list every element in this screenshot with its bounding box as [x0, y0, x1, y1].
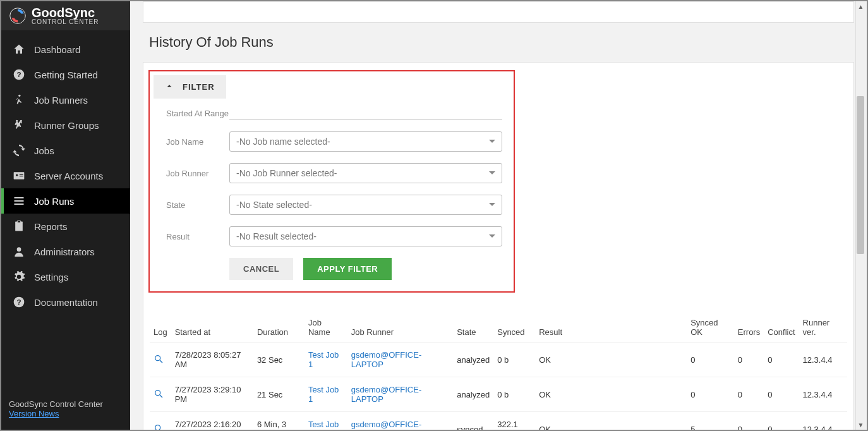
job-name-select[interactable]: -No Job name selected-: [229, 131, 502, 152]
sidebar-item-documentation[interactable]: ? Documentation: [1, 289, 130, 315]
sidebar-item-label: Server Accounts: [34, 171, 103, 181]
table-row: 7/28/2023 8:05:27 AM32 SecTest Job 1gsde…: [150, 343, 847, 377]
log-cell[interactable]: [150, 412, 171, 430]
svg-rect-9: [20, 176, 23, 176]
sidebar-item-label: Reports: [34, 221, 68, 232]
job-runner-cell: gsdemo@OFFICE-LAPTOP: [347, 377, 453, 412]
caret-down-icon: [489, 200, 495, 210]
started-at-cell: 7/27/2023 2:16:20 PM: [171, 412, 253, 430]
clipboard-icon: [13, 220, 25, 233]
filter-toggle[interactable]: FILTER: [154, 75, 226, 99]
th-synced[interactable]: Synced: [493, 313, 535, 343]
result-select[interactable]: -No Result selected-: [229, 226, 502, 246]
svg-point-7: [16, 174, 18, 176]
th-duration[interactable]: Duration: [253, 313, 304, 343]
footer-title: GoodSync Control Center: [9, 399, 123, 409]
job-runner-select[interactable]: -No Job Runner selected-: [229, 163, 502, 183]
started-at-range-input[interactable]: [229, 106, 502, 120]
state-select[interactable]: -No State selected-: [229, 195, 502, 215]
log-cell[interactable]: [150, 343, 171, 377]
sidebar: GoodSync CONTROL CENTER Dashboard ? Gett…: [1, 1, 130, 430]
errors-cell: 0: [734, 412, 764, 430]
caret-down-icon: [489, 168, 495, 178]
logo-bar: GoodSync CONTROL CENTER: [1, 1, 130, 30]
th-result[interactable]: Result: [535, 313, 687, 343]
sidebar-item-getting-started[interactable]: ? Getting Started: [1, 62, 130, 87]
sidebar-item-job-runners[interactable]: Job Runners: [1, 87, 130, 112]
svg-point-4: [16, 120, 18, 122]
sidebar-item-label: Documentation: [34, 297, 98, 308]
synced-cell: 0 b: [493, 343, 535, 377]
duration-cell: 32 Sec: [253, 343, 304, 377]
scroll-thumb[interactable]: [857, 96, 864, 254]
job-runner-link[interactable]: gsdemo@OFFICE-LAPTOP: [351, 385, 421, 404]
sidebar-item-runner-groups[interactable]: Runner Groups: [1, 112, 130, 138]
job-name-cell: Test Job 1: [304, 412, 347, 430]
filter-label-result: Result: [166, 232, 229, 241]
vertical-scrollbar[interactable]: ▲ ▼: [855, 1, 865, 430]
runner-ver-cell: 12.3.4.4: [799, 412, 847, 430]
result-cell: OK: [535, 343, 687, 377]
id-card-icon: [13, 169, 25, 182]
result-cell: OK: [535, 412, 687, 430]
list-icon: [13, 195, 25, 207]
scroll-down-arrow-icon[interactable]: ▼: [856, 420, 865, 430]
th-errors[interactable]: Errors: [734, 313, 764, 343]
svg-rect-14: [18, 221, 21, 222]
th-job-name[interactable]: Job Name: [304, 313, 347, 343]
job-runner-link[interactable]: gsdemo@OFFICE-LAPTOP: [351, 350, 421, 369]
state-cell: synced: [453, 412, 493, 430]
goodsync-logo-icon: [9, 7, 27, 25]
apply-filter-button[interactable]: APPLY FILTER: [303, 258, 392, 280]
gear-icon: [13, 270, 25, 283]
top-blank-card: [143, 1, 854, 23]
errors-cell: 0: [734, 377, 764, 412]
duration-cell: 21 Sec: [253, 377, 304, 412]
version-news-link[interactable]: Version News: [9, 409, 59, 418]
svg-rect-11: [15, 200, 24, 202]
job-name-link[interactable]: Test Job 1: [308, 350, 339, 369]
caret-down-icon: [489, 231, 495, 241]
svg-rect-8: [20, 174, 23, 175]
sidebar-item-label: Dashboard: [34, 44, 80, 55]
scroll-up-arrow-icon[interactable]: ▲: [856, 1, 865, 11]
errors-cell: 0: [734, 343, 764, 377]
sidebar-item-job-runs[interactable]: Job Runs: [1, 188, 130, 214]
log-cell[interactable]: [150, 377, 171, 412]
sidebar-item-administrators[interactable]: Administrators: [1, 239, 130, 264]
sidebar-item-server-accounts[interactable]: Server Accounts: [1, 163, 130, 188]
conflict-cell: 0: [764, 343, 799, 377]
sidebar-item-reports[interactable]: Reports: [1, 214, 130, 239]
th-runner-ver[interactable]: Runner ver.: [799, 313, 847, 343]
sidebar-item-jobs[interactable]: Jobs: [1, 138, 130, 163]
job-name-link[interactable]: Test Job 1: [308, 385, 339, 404]
started-at-cell: 7/28/2023 8:05:27 AM: [171, 343, 253, 377]
filter-label-job-name: Job Name: [166, 137, 229, 147]
svg-line-21: [160, 395, 162, 398]
sidebar-item-dashboard[interactable]: Dashboard: [1, 37, 130, 62]
sidebar-item-settings[interactable]: Settings: [1, 264, 130, 289]
th-started-at[interactable]: Started at: [171, 313, 253, 343]
sidebar-item-label: Job Runners: [34, 95, 88, 106]
job-runner-cell: gsdemo@OFFICE-LAPTOP: [347, 412, 453, 430]
th-job-runner[interactable]: Job Runner: [347, 313, 453, 343]
svg-point-22: [155, 425, 160, 430]
svg-rect-12: [15, 203, 24, 205]
svg-rect-13: [15, 222, 23, 231]
sidebar-item-label: Runner Groups: [34, 120, 99, 131]
group-icon: [13, 119, 25, 131]
th-synced-ok[interactable]: Synced OK: [687, 313, 734, 343]
th-log[interactable]: Log: [150, 313, 171, 343]
job-name-cell: Test Job 1: [304, 343, 347, 377]
svg-text:?: ?: [16, 70, 21, 78]
job-name-link[interactable]: Test Job 1: [308, 420, 339, 430]
th-state[interactable]: State: [453, 313, 493, 343]
state-cell: analyzed: [453, 343, 493, 377]
svg-line-23: [160, 430, 162, 430]
table-header-row: Log Started at Duration Job Name Job Run…: [150, 313, 847, 343]
job-runs-table: Log Started at Duration Job Name Job Run…: [150, 313, 847, 430]
content-card: FILTER Started At Range Job Name -No Job…: [143, 62, 854, 430]
th-conflict[interactable]: Conflict: [764, 313, 799, 343]
cancel-button[interactable]: CANCEL: [229, 258, 293, 280]
job-runner-link[interactable]: gsdemo@OFFICE-LAPTOP: [351, 420, 421, 430]
